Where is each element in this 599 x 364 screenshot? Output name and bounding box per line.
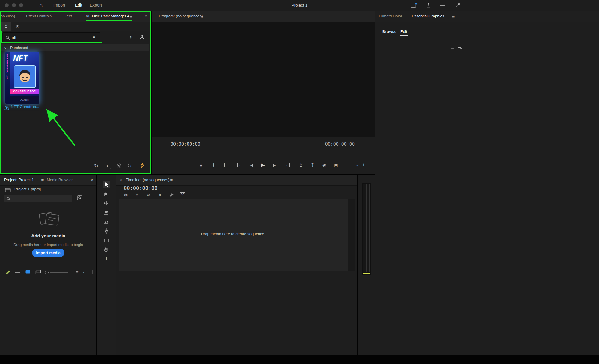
track-select-forward-tool[interactable]	[103, 190, 110, 198]
aejuice-favorites-tab[interactable]: ★	[12, 22, 23, 31]
sequence-drop-zone[interactable]: Drop media here to create sequence.	[119, 199, 348, 271]
tab-media-browser[interactable]: Media Browser	[47, 175, 73, 185]
freeform-view-icon[interactable]	[35, 270, 41, 274]
sort-options-icon[interactable]: ≡	[74, 270, 80, 275]
go-to-in-icon[interactable]: ←	[237, 163, 243, 167]
dropdown-chevron-icon[interactable]: ∨	[82, 271, 85, 274]
tab-essential-graphics[interactable]: Essential Graphics	[412, 11, 444, 21]
scrollbar-thumb[interactable]	[150, 44, 151, 77]
timeline-settings-wrench-icon[interactable]	[169, 192, 174, 198]
hand-tool[interactable]	[103, 246, 110, 253]
razor-tool[interactable]	[103, 209, 110, 216]
comparison-view-icon[interactable]: ▣	[334, 162, 338, 168]
captions-icon[interactable]: CC	[180, 192, 185, 196]
menu-export[interactable]: Export	[90, 0, 102, 10]
traffic-light-close[interactable]	[5, 3, 9, 7]
stacked-panels-icon[interactable]	[440, 3, 446, 8]
more-tabs-icon[interactable]: »	[144, 13, 149, 19]
add-button-icon[interactable]: +	[361, 162, 366, 168]
mark-in-icon[interactable]: {	[212, 162, 216, 168]
traffic-light-zoom[interactable]	[19, 3, 23, 7]
add-marker-icon[interactable]: ◆	[199, 163, 203, 168]
workspace-icon[interactable]	[411, 3, 417, 8]
timeline-timecode[interactable]: 00:00:00:00	[124, 185, 158, 191]
aejuice-home-tab[interactable]: ⌂	[1, 22, 11, 31]
play-icon[interactable]: ▶	[260, 162, 265, 168]
download-icon[interactable]: ↓	[128, 163, 133, 168]
home-icon[interactable]: ⌂	[38, 2, 44, 9]
close-panel-icon[interactable]: ×	[119, 178, 123, 182]
traffic-light-minimize[interactable]	[12, 3, 16, 7]
mark-out-icon[interactable]: }	[222, 162, 227, 168]
snap-icon[interactable]: ∩	[135, 192, 139, 197]
panel-resize-handle[interactable]	[92, 270, 93, 274]
sort-icon[interactable]: ↑↓	[127, 34, 134, 40]
export-frame-icon[interactable]: ◉	[322, 162, 327, 168]
purchased-section-header[interactable]: ∨ Purchased	[0, 44, 149, 51]
import-media-button[interactable]: Import media	[32, 249, 64, 257]
fullscreen-icon[interactable]	[455, 2, 461, 8]
panel-menu-icon[interactable]: ≡	[169, 178, 174, 182]
clear-search-icon[interactable]: ×	[91, 34, 97, 40]
panel-menu-icon[interactable]: ≡	[129, 14, 134, 19]
linked-selection-icon[interactable]: ∞	[146, 192, 151, 197]
purchased-section-label: Purchased	[10, 44, 28, 51]
tab-aejuice-pack-manager[interactable]: AEJuice Pack Manager 4	[86, 11, 129, 21]
subtab-browse[interactable]: Browse	[382, 28, 396, 36]
preview-icon[interactable]: ▶	[105, 163, 111, 169]
pack-name-link[interactable]: NFT Construc...	[11, 104, 39, 109]
zoom-slider-track[interactable]	[50, 272, 68, 273]
media-drop-zone[interactable]: Add your media Drag media here or import…	[0, 204, 96, 264]
rectangle-tool[interactable]	[103, 237, 110, 244]
extract-icon[interactable]: ↧	[310, 162, 315, 168]
zoom-slider-knob[interactable]	[45, 271, 49, 274]
folder-icon[interactable]	[448, 47, 454, 51]
search-input[interactable]	[3, 33, 100, 42]
refresh-icon[interactable]: ↻	[93, 163, 99, 169]
panel-menu-icon[interactable]: ≡	[200, 14, 204, 19]
timecode-current[interactable]: 00:00:00:00	[171, 142, 200, 147]
more-buttons-icon[interactable]: »	[355, 162, 360, 168]
panel-menu-icon[interactable]: ≡	[451, 14, 456, 19]
tab-source-clips[interactable]: no clips)	[1, 11, 15, 21]
type-tool[interactable]: T	[103, 255, 110, 263]
settings-gear-icon[interactable]	[116, 163, 122, 168]
go-to-out-icon[interactable]: →	[283, 163, 290, 167]
writable-pencil-icon[interactable]	[5, 269, 11, 275]
tab-effect-controls[interactable]: Effect Controls	[26, 11, 52, 21]
selection-tool[interactable]	[103, 181, 110, 188]
tab-program[interactable]: Program: (no sequences)	[159, 11, 203, 21]
meter-zero-line	[363, 273, 370, 274]
nest-toggle-icon[interactable]: ∗	[123, 192, 128, 197]
step-back-icon[interactable]: ◀	[249, 163, 254, 167]
project-file-name[interactable]: Project 1.prproj	[14, 187, 41, 191]
subtab-edit[interactable]: Edit	[400, 28, 407, 36]
audio-meter	[362, 183, 371, 275]
ripple-edit-tool[interactable]	[103, 200, 110, 207]
tab-timeline[interactable]: Timeline: (no sequences)	[126, 175, 169, 185]
timeline-panel: × Timeline: (no sequences) ≡ 00:00:00:00…	[116, 175, 357, 355]
timeline-scroll-column[interactable]	[348, 199, 355, 271]
add-marker-icon[interactable]: ◆	[158, 193, 162, 197]
find-in-bin-icon[interactable]	[77, 195, 83, 201]
menu-import[interactable]: Import	[53, 0, 65, 10]
more-tabs-icon[interactable]: »	[89, 177, 95, 183]
step-forward-icon[interactable]: ▶	[272, 163, 277, 167]
box-character-art	[14, 65, 36, 88]
share-export-icon[interactable]	[426, 2, 431, 8]
pen-tool[interactable]	[103, 228, 110, 235]
tab-lumetri-color[interactable]: Lumetri Color	[379, 11, 402, 21]
slip-tool[interactable]	[103, 218, 110, 225]
project-search-box[interactable]	[4, 195, 72, 202]
icon-view-icon[interactable]	[25, 270, 31, 274]
list-view-icon[interactable]	[14, 270, 20, 275]
new-item-icon[interactable]	[457, 47, 463, 51]
tab-project[interactable]: Project: Project 1	[4, 175, 34, 185]
lift-icon[interactable]: ↥	[298, 162, 303, 168]
tab-text[interactable]: Text	[65, 11, 72, 21]
scrollbar[interactable]	[150, 44, 151, 170]
aejuice-logo-icon[interactable]	[140, 162, 145, 168]
account-icon[interactable]	[139, 34, 144, 40]
panel-menu-icon[interactable]: ≡	[40, 178, 45, 182]
pack-thumbnail-nft-constructor[interactable]: NFT CONSTRUCTOR NFT CONSTRUCTOR AEJuice	[5, 52, 39, 104]
